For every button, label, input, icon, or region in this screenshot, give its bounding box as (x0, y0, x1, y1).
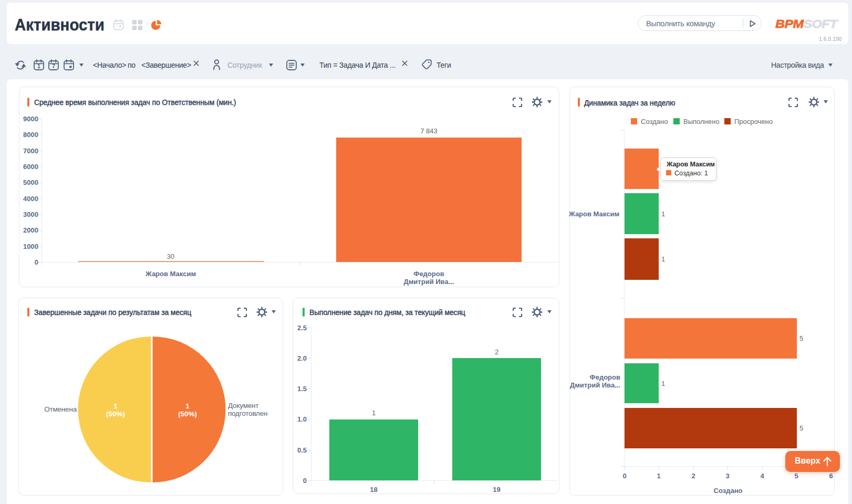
svg-text:1: 1 (37, 63, 40, 69)
svg-text:7: 7 (52, 63, 55, 69)
